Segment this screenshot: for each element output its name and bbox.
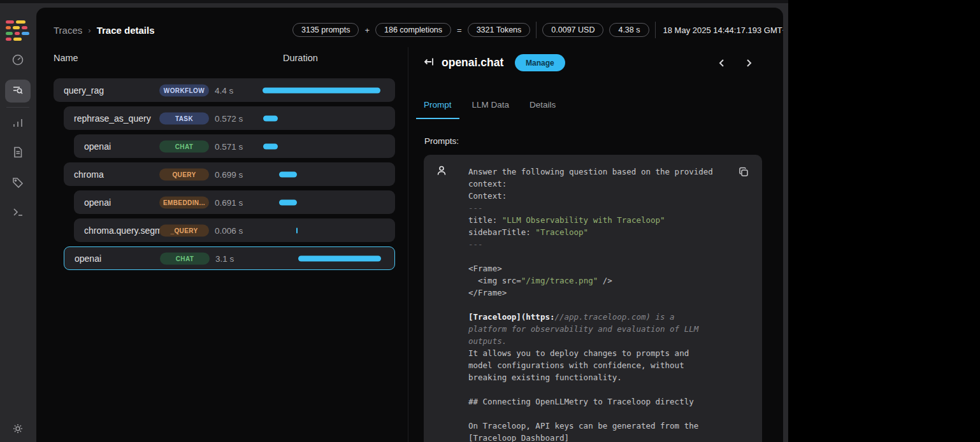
timeline-track [263, 247, 381, 269]
tab-llm-data[interactable]: LLM Data [465, 93, 517, 119]
prompt-tokens-pill: 3135 prompts [292, 23, 359, 37]
terminal-icon [11, 206, 24, 221]
main-content: Traces › Trace details 3135 prompts + 18… [36, 8, 783, 442]
page-title: Trace details [97, 25, 155, 36]
prompts-label: Prompts: [424, 136, 459, 146]
span-kind-badge: _QUERY [159, 224, 209, 236]
span-kind-badge: TASK [159, 112, 209, 124]
timeline-track [263, 78, 380, 102]
code-line: Context: [468, 190, 736, 202]
span-row[interactable]: rephrase_as_queryTASK0.572 s [64, 106, 395, 130]
bar-chart-icon [11, 117, 24, 132]
code-line [468, 299, 736, 311]
code-line: <Frame> [468, 262, 736, 274]
span-name: chroma.query.segm... [84, 225, 169, 236]
code-line: </Frame> [468, 287, 736, 299]
sidebar-item-analytics[interactable] [5, 113, 31, 136]
gauge-icon [11, 53, 24, 69]
code-line: breaking existing functionality. [468, 371, 736, 383]
span-row[interactable]: openaiCHAT3.1 s [64, 246, 395, 270]
code-line: <img src="/img/trace.png" /> [468, 274, 736, 287]
plus-operator: + [364, 25, 370, 35]
span-row[interactable]: chromaQUERY0.699 s [64, 162, 395, 186]
span-kind-badge: CHAT [160, 252, 210, 264]
prompt-message-card: Answer the following question based on t… [424, 155, 762, 442]
span-row[interactable]: openaiEMBEDDIN...0.691 s [74, 190, 395, 214]
span-row[interactable]: chroma.query.segm..._QUERY0.006 s [74, 218, 395, 242]
span-name: openai [75, 253, 101, 264]
code-line: --- [468, 238, 736, 250]
timeline-track [263, 106, 380, 130]
sidebar-item-tags[interactable] [5, 173, 31, 196]
code-line [468, 408, 736, 420]
traces-search-icon [11, 83, 24, 99]
sidebar-item-console[interactable] [5, 202, 31, 225]
span-kind-badge: QUERY [159, 168, 209, 180]
chevron-right-icon [744, 59, 753, 70]
code-line: platform for observability and evaluatio… [468, 323, 736, 335]
code-line: [Traceloop Dashboard] [468, 432, 736, 442]
span-duration: 3.1 s [215, 253, 234, 263]
equals-operator: = [457, 25, 462, 35]
breadcrumb-traces-link[interactable]: Traces [54, 25, 82, 36]
tab-prompt[interactable]: Prompt [416, 93, 459, 119]
code-line: model configurations with confidence, wi… [468, 359, 736, 371]
timeline-bar [263, 115, 278, 121]
span-duration: 0.691 s [215, 197, 243, 207]
span-kind-badge: WORKFLOW [159, 84, 209, 96]
sidebar-item-traces[interactable] [5, 80, 31, 103]
span-name: openai [84, 197, 111, 208]
tab-details[interactable]: Details [522, 93, 563, 119]
span-duration: 0.006 s [215, 225, 243, 235]
span-name: query_rag [64, 85, 104, 96]
column-header-name: Name [54, 53, 78, 63]
code-line: sidebarTitle: "Traceloop" [468, 226, 736, 238]
traceloop-logo[interactable] [6, 20, 30, 41]
timeline-track [263, 162, 380, 186]
trace-timestamp: 18 May 2025 14:44:17.193 GMT+3 [663, 25, 784, 35]
copy-icon[interactable] [738, 166, 749, 180]
timeline-bar [279, 171, 297, 177]
chevron-left-icon [717, 59, 726, 70]
code-line: It allows you to deploy changes to promp… [468, 347, 736, 359]
manage-button[interactable]: Manage [515, 54, 565, 71]
latency-pill: 4.38 s [609, 23, 649, 37]
code-line [468, 383, 736, 396]
timeline-bar [296, 227, 298, 233]
timeline-bar [298, 255, 381, 261]
code-line: Answer the following question based on t… [468, 166, 736, 178]
total-tokens-pill: 3321 Tokens [468, 23, 531, 37]
span-row[interactable]: openaiCHAT0.571 s [74, 134, 395, 158]
next-span-button[interactable] [742, 58, 755, 71]
timeline-track [263, 134, 380, 158]
code-line: [Traceloop](https://app.traceloop.com) i… [468, 311, 736, 323]
breadcrumb-separator-icon: › [88, 25, 90, 35]
prompt-text: Answer the following question based on t… [468, 166, 736, 442]
trace-stats: 3135 prompts + 186 completions = 3321 To… [292, 21, 783, 39]
span-name: chroma [74, 169, 104, 180]
span-duration: 4.4 s [215, 85, 233, 95]
code-line: title: "LLM Observability with Traceloop… [468, 214, 736, 226]
arrow-left-to-bar-icon [422, 55, 435, 71]
span-duration: 0.572 s [215, 113, 243, 123]
column-header-duration: Duration [283, 53, 318, 63]
timeline-track [263, 190, 380, 214]
stats-divider [536, 22, 537, 38]
sidebar-item-settings[interactable] [5, 418, 31, 441]
span-name: openai [84, 141, 111, 152]
code-line: outputs. [468, 335, 736, 347]
span-kind-badge: EMBEDDIN... [159, 196, 209, 208]
document-icon [11, 146, 24, 161]
sidebar-item-prompts[interactable] [5, 142, 31, 165]
previous-span-button[interactable] [716, 58, 728, 71]
sidebar-divider [6, 107, 29, 108]
window-top-edge [0, 0, 788, 3]
span-row[interactable]: query_ragWORKFLOW4.4 s [54, 78, 395, 102]
code-line: On Traceloop, API keys can be generated … [468, 420, 736, 432]
sidebar [0, 3, 36, 442]
collapse-panel-button[interactable] [421, 55, 436, 71]
sidebar-item-dashboard[interactable] [5, 50, 31, 73]
timeline-track [263, 218, 380, 242]
span-duration: 0.571 s [215, 141, 243, 151]
span-title: openai.chat [442, 56, 503, 69]
